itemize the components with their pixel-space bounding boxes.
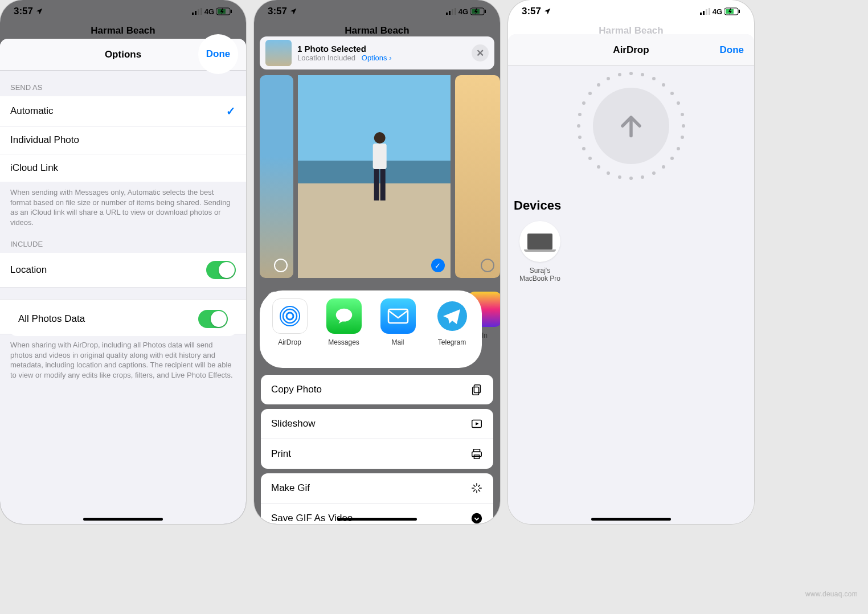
- status-bar: 3:57 4G: [254, 0, 500, 23]
- status-network: 4G: [713, 7, 722, 16]
- device-name-line2: MacBook Pro: [514, 275, 566, 283]
- svg-rect-2: [198, 9, 199, 15]
- battery-charging-icon: [470, 7, 486, 15]
- done-button[interactable]: Done: [720, 44, 744, 56]
- status-network: 4G: [204, 7, 214, 16]
- sheet-title: AirDrop: [613, 44, 649, 56]
- options-sheet: Options Done SEND AS Automatic ✓ Individ…: [0, 39, 246, 524]
- device-avatar: [519, 221, 560, 262]
- signal-icon: [446, 8, 456, 15]
- svg-rect-8: [449, 11, 451, 15]
- home-indicator[interactable]: [83, 518, 163, 521]
- printer-icon: [470, 448, 483, 460]
- watermark: www.deuaq.com: [805, 590, 858, 598]
- photo-thumbnail-selected[interactable]: ✓: [298, 75, 450, 278]
- svg-rect-42: [706, 9, 707, 15]
- highlight-done: Done: [198, 34, 238, 74]
- svg-rect-6: [231, 10, 232, 13]
- svg-rect-27: [474, 385, 480, 393]
- status-network: 4G: [458, 7, 468, 16]
- send-as-footer: When sending with Messages only, Automat…: [0, 182, 246, 227]
- screenshot-airdrop: 3:57 4G Harmal Beach AirDrop Done D: [508, 0, 754, 524]
- action-slideshow[interactable]: Slideshow: [261, 409, 493, 439]
- action-list: Copy Photo Slideshow Print Make Gif: [254, 370, 500, 524]
- svg-point-17: [374, 132, 386, 144]
- svg-rect-20: [380, 169, 386, 200]
- location-toggle[interactable]: [206, 261, 236, 279]
- airdrop-scanning: [508, 66, 754, 194]
- sheet-title: Options: [105, 49, 141, 60]
- svg-rect-10: [455, 8, 456, 15]
- share-title: 1 Photo Selected: [297, 44, 466, 54]
- selection-badge-checked[interactable]: ✓: [431, 259, 445, 272]
- device-name-line1: Suraj's: [514, 267, 566, 275]
- svg-rect-40: [700, 13, 702, 15]
- location-arrow-icon: [289, 7, 297, 15]
- checkmark-icon: ✓: [226, 104, 236, 118]
- screenshot-share-sheet: 3:57 4G Harmal Beach 1 Photo Selected Lo…: [254, 0, 500, 524]
- play-rect-icon: [470, 417, 483, 430]
- status-bar: 3:57 4G: [0, 0, 246, 23]
- svg-rect-38: [388, 309, 408, 323]
- svg-rect-19: [374, 169, 379, 200]
- share-thumbnail: [265, 40, 292, 66]
- action-print[interactable]: Print: [261, 439, 493, 469]
- highlight-app-row: AirDrop Messages Mail Telegram: [260, 290, 482, 368]
- status-bar: 3:57 4G: [508, 0, 754, 23]
- home-indicator[interactable]: [337, 518, 417, 521]
- chevron-down-circle-icon: [470, 512, 483, 524]
- battery-charging-icon: [724, 7, 740, 15]
- svg-rect-1: [195, 11, 196, 15]
- status-time: 3:57: [522, 6, 541, 17]
- battery-charging-icon: [216, 7, 232, 15]
- home-indicator[interactable]: [591, 518, 671, 521]
- option-icloud-link[interactable]: iCloud Link: [0, 154, 246, 182]
- svg-rect-18: [373, 144, 387, 169]
- selection-badge[interactable]: [481, 259, 494, 272]
- selection-badge[interactable]: [274, 259, 288, 272]
- svg-point-34: [286, 313, 293, 320]
- signal-icon: [700, 8, 710, 15]
- option-individual-photo[interactable]: Individual Photo: [0, 126, 246, 154]
- action-make-gif[interactable]: Make Gif: [261, 473, 493, 504]
- svg-point-35: [283, 309, 297, 323]
- svg-rect-9: [452, 9, 453, 15]
- row-label: Location: [10, 264, 47, 276]
- macbook-icon: [527, 234, 552, 249]
- svg-rect-28: [473, 387, 479, 395]
- svg-rect-13: [485, 10, 486, 13]
- svg-rect-43: [709, 8, 710, 15]
- row-label: Individual Photo: [10, 134, 79, 146]
- location-arrow-icon: [543, 7, 551, 15]
- option-automatic[interactable]: Automatic ✓: [0, 96, 246, 126]
- include-location[interactable]: Location: [0, 253, 246, 288]
- svg-rect-46: [739, 10, 740, 13]
- all-photos-footer: When sharing with AirDrop, including all…: [0, 334, 246, 414]
- svg-rect-7: [446, 13, 448, 15]
- svg-rect-41: [703, 11, 705, 15]
- row-label: iCloud Link: [10, 162, 58, 174]
- action-copy-photo[interactable]: Copy Photo: [261, 375, 493, 404]
- sparkle-icon: [470, 482, 483, 494]
- signal-icon: [192, 8, 202, 15]
- airdrop-sheet: AirDrop Done Devices Suraj's MacBook Pro: [508, 34, 754, 524]
- section-send-as: SEND AS: [0, 71, 246, 96]
- action-save-gif-video[interactable]: Save GIF As Video: [261, 504, 493, 524]
- share-subtitle: Location Included: [297, 54, 355, 62]
- row-label: Automatic: [10, 105, 54, 117]
- copy-icon: [470, 383, 483, 396]
- photo-thumbnail[interactable]: [455, 75, 500, 278]
- svg-rect-0: [192, 13, 194, 15]
- photo-thumbnail[interactable]: [260, 75, 293, 278]
- share-options-link[interactable]: Options ›: [362, 54, 392, 62]
- photo-preview-strip[interactable]: ✓: [260, 75, 500, 278]
- upload-arrow-icon: [614, 109, 648, 143]
- airdrop-device[interactable]: Suraj's MacBook Pro: [514, 221, 566, 283]
- status-time: 3:57: [268, 6, 287, 17]
- location-arrow-icon: [35, 7, 43, 15]
- devices-heading: Devices: [514, 198, 748, 213]
- close-button[interactable]: ✕: [472, 44, 489, 62]
- section-include: INCLUDE: [0, 227, 246, 253]
- screenshot-options: 3:57 4G Harmal Beach Options Done SEND A…: [0, 0, 246, 524]
- status-time: 3:57: [14, 6, 33, 17]
